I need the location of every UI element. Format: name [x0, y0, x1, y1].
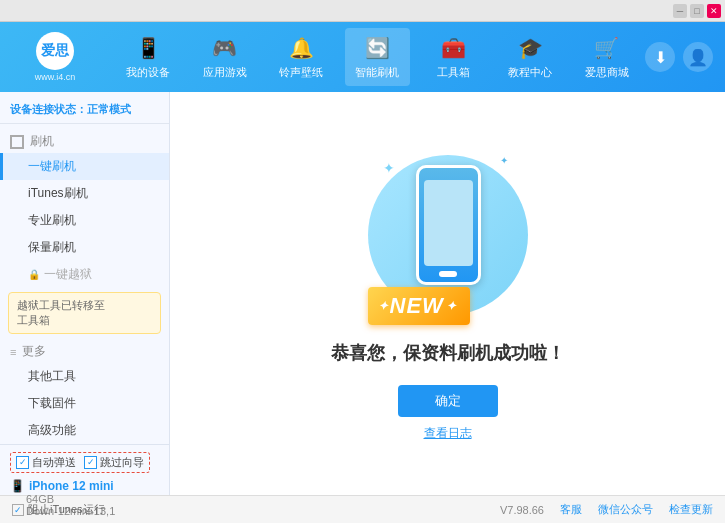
auto-popup-cb-box: ✓ — [16, 456, 29, 469]
update-link[interactable]: 检查更新 — [669, 502, 713, 517]
device-icon: 📱 — [134, 34, 162, 62]
footer-left: ✓ 阻止iTunes运行 — [12, 502, 105, 517]
new-text: NEW — [390, 293, 444, 319]
account-btn[interactable]: 👤 — [683, 42, 713, 72]
nav-store-label: 爱思商城 — [585, 65, 629, 80]
checkbox-highlight-row: ✓ 自动弹送 ✓ 跳过向导 — [10, 451, 159, 473]
nav-my-device-label: 我的设备 — [126, 65, 170, 80]
warning-box: 越狱工具已转移至 工具箱 — [8, 292, 161, 334]
connection-status: 设备连接状态：正常模式 — [0, 98, 169, 124]
maximize-button[interactable]: □ — [690, 4, 704, 18]
title-bar: ─ □ ✕ — [0, 0, 725, 22]
more-lines-icon: ≡ — [10, 346, 16, 358]
ringtone-icon: 🔔 — [287, 34, 315, 62]
sidebar-item-advanced[interactable]: 高级功能 — [0, 417, 169, 444]
sidebar-item-save-flash[interactable]: 保量刷机 — [0, 234, 169, 261]
star-left-icon: ✦ — [383, 160, 395, 176]
window-controls: ─ □ ✕ — [671, 4, 721, 18]
sidebar-item-one-key-flash[interactable]: 一键刷机 — [0, 153, 169, 180]
phone-screen — [424, 180, 473, 266]
service-link[interactable]: 客服 — [560, 502, 582, 517]
logo-circle: 爱思 — [36, 32, 74, 70]
logo-area: 爱思 www.i4.cn — [0, 22, 110, 92]
again-link[interactable]: 查看日志 — [424, 425, 472, 442]
nav-items: 📱 我的设备 🎮 应用游戏 🔔 铃声壁纸 🔄 智能刷机 🧰 工具箱 🎓 教程中心… — [110, 22, 645, 92]
toolbox-icon: 🧰 — [440, 34, 468, 62]
logo-url: www.i4.cn — [35, 72, 76, 82]
sidebar-item-download-firmware[interactable]: 下载固件 — [0, 390, 169, 417]
nav-tutorial-label: 教程中心 — [508, 65, 552, 80]
device-name: 📱 iPhone 12 mini — [10, 479, 159, 493]
nav-smart-flash[interactable]: 🔄 智能刷机 — [345, 28, 410, 86]
auto-popup-checkbox[interactable]: ✓ 自动弹送 — [16, 455, 76, 470]
sidebar-item-itunes-flash[interactable]: iTunes刷机 — [0, 180, 169, 207]
nav-app-game-label: 应用游戏 — [203, 65, 247, 80]
stop-itunes-checkbox[interactable]: ✓ — [12, 504, 24, 516]
phone-illustration: ✦ ✦ ✦ NEW ✦ — [368, 145, 528, 325]
nav-toolbox[interactable]: 🧰 工具箱 — [421, 28, 486, 86]
nav-ringtone-label: 铃声壁纸 — [279, 65, 323, 80]
success-text: 恭喜您，保资料刷机成功啦！ — [331, 341, 565, 365]
sparkle-right: ✦ — [446, 299, 456, 313]
new-badge: ✦ NEW ✦ — [368, 287, 470, 325]
logo-text: 爱思 — [41, 42, 69, 60]
sidebar-item-pro-flash[interactable]: 专业刷机 — [0, 207, 169, 234]
more-section-header: ≡ 更多 — [0, 338, 169, 363]
app-game-icon: 🎮 — [211, 34, 239, 62]
version-text: V7.98.66 — [500, 504, 544, 516]
sidebar-item-jailbreak: 🔒 一键越狱 — [0, 261, 169, 288]
nav-toolbox-label: 工具箱 — [437, 65, 470, 80]
nav-app-game[interactable]: 🎮 应用游戏 — [192, 28, 257, 86]
phone-home-btn — [439, 271, 457, 277]
flash-section-label: 刷机 — [30, 133, 54, 150]
skip-wizard-checkbox[interactable]: ✓ 跳过向导 — [84, 455, 144, 470]
nav-tutorial[interactable]: 🎓 教程中心 — [498, 28, 563, 86]
phone-body — [416, 165, 481, 285]
auto-popup-label: 自动弹送 — [32, 455, 76, 470]
nav-smart-flash-label: 智能刷机 — [355, 65, 399, 80]
warning-line2: 工具箱 — [17, 314, 50, 326]
main-content: ✦ ✦ ✦ NEW ✦ 恭喜您，保资料刷机成功啦！ 确定 查看日志 — [170, 92, 725, 495]
close-button[interactable]: ✕ — [707, 4, 721, 18]
wechat-link[interactable]: 微信公众号 — [598, 502, 653, 517]
nav-ringtone[interactable]: 🔔 铃声壁纸 — [269, 28, 334, 86]
skip-wizard-cb-box: ✓ — [84, 456, 97, 469]
device-phone-icon: 📱 — [10, 479, 25, 493]
star-right-icon: ✦ — [500, 155, 508, 166]
status-label: 设备连接状态： — [10, 103, 87, 115]
smart-flash-icon: 🔄 — [363, 34, 391, 62]
sidebar-item-other-tools[interactable]: 其他工具 — [0, 363, 169, 390]
flash-section-icon — [10, 135, 24, 149]
nav-right: ⬇ 👤 — [645, 42, 725, 72]
main-header: 爱思 www.i4.cn 📱 我的设备 🎮 应用游戏 🔔 铃声壁纸 🔄 智能刷机… — [0, 22, 725, 92]
content-area: 设备连接状态：正常模式 刷机 一键刷机 iTunes刷机 专业刷机 保量刷机 🔒… — [0, 92, 725, 495]
status-value: 正常模式 — [87, 103, 131, 115]
minimize-button[interactable]: ─ — [673, 4, 687, 18]
sidebar: 设备连接状态：正常模式 刷机 一键刷机 iTunes刷机 专业刷机 保量刷机 🔒… — [0, 92, 170, 495]
sparkle-left: ✦ — [378, 299, 388, 313]
nav-my-device[interactable]: 📱 我的设备 — [116, 28, 181, 86]
footer-right: V7.98.66 客服 微信公众号 检查更新 — [500, 502, 713, 517]
download-btn[interactable]: ⬇ — [645, 42, 675, 72]
store-icon: 🛒 — [593, 34, 621, 62]
warning-line1: 越狱工具已转移至 — [17, 299, 105, 311]
flash-section-header: 刷机 — [0, 128, 169, 153]
tutorial-icon: 🎓 — [516, 34, 544, 62]
more-section-label: 更多 — [22, 343, 46, 360]
confirm-button[interactable]: 确定 — [398, 385, 498, 417]
stop-itunes-label: 阻止iTunes运行 — [28, 502, 105, 517]
skip-wizard-label: 跳过向导 — [100, 455, 144, 470]
nav-store[interactable]: 🛒 爱思商城 — [574, 28, 639, 86]
